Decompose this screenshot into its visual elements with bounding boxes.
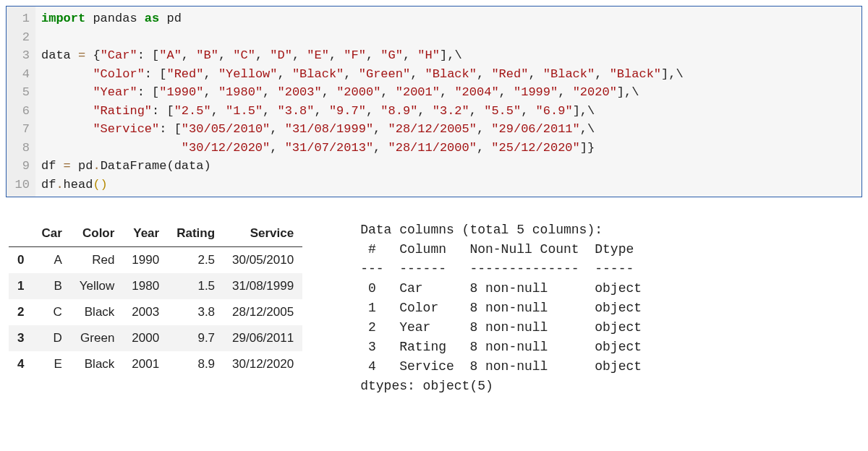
code-area[interactable]: import pandas as pd data = {"Car": ["A",… (35, 7, 689, 197)
table-cell: Black (71, 299, 124, 325)
table-cell: D (33, 325, 70, 351)
row-index: 4 (9, 351, 33, 377)
column-header: Rating (168, 220, 224, 247)
column-header: Year (123, 220, 168, 247)
row-index: 2 (9, 299, 33, 325)
table-cell: A (33, 247, 70, 274)
line-number: 10 (9, 176, 30, 194)
table-cell: 9.7 (168, 325, 224, 351)
table-cell: Yellow (71, 273, 124, 299)
table-cell: Green (71, 325, 124, 351)
table-row: 3DGreen20009.729/06/2011 (9, 325, 302, 351)
table-cell: 2003 (123, 299, 168, 325)
table-cell: 1980 (123, 273, 168, 299)
table-cell: 3.8 (168, 299, 224, 325)
table-cell: 30/05/2010 (224, 247, 302, 274)
table-cell: 2000 (123, 325, 168, 351)
line-number: 4 (9, 65, 30, 84)
dtype-info: Data columns (total 5 columns): # Column… (360, 220, 642, 396)
table-cell: E (33, 351, 70, 377)
line-number: 3 (9, 46, 30, 65)
table-cell: B (33, 273, 70, 299)
table-cell: 30/12/2020 (224, 351, 302, 377)
output-area: CarColorYearRatingService 0ARed19902.530… (6, 215, 862, 402)
table-cell: 2001 (123, 351, 168, 377)
table-cell: Black (71, 351, 124, 377)
table-cell: 29/06/2011 (224, 325, 302, 351)
table-cell: 31/08/1999 (224, 273, 302, 299)
line-number: 6 (9, 102, 30, 121)
dataframe-table: CarColorYearRatingService 0ARed19902.530… (9, 220, 302, 377)
table-cell: 2.5 (168, 247, 224, 274)
table-cell: C (33, 299, 70, 325)
table-row: 1BYellow19801.531/08/1999 (9, 273, 302, 299)
column-header: Car (33, 220, 70, 247)
table-cell: 1.5 (168, 273, 224, 299)
line-number: 1 (9, 9, 30, 28)
column-header: Service (224, 220, 302, 247)
line-number: 2 (9, 28, 30, 47)
line-number: 7 (9, 120, 30, 139)
row-index: 3 (9, 325, 33, 351)
line-number: 8 (9, 139, 30, 158)
line-number-gutter: 12345678910 (7, 7, 35, 197)
table-cell: 1990 (123, 247, 168, 274)
row-index: 0 (9, 247, 33, 274)
code-cell[interactable]: 12345678910 import pandas as pd data = {… (6, 6, 862, 197)
line-number: 9 (9, 157, 30, 176)
table-cell: 8.9 (168, 351, 224, 377)
table-cell: Red (71, 247, 124, 274)
column-header: Color (71, 220, 124, 247)
table-row: 4EBlack20018.930/12/2020 (9, 351, 302, 377)
row-index: 1 (9, 273, 33, 299)
table-row: 0ARed19902.530/05/2010 (9, 247, 302, 274)
table-row: 2CBlack20033.828/12/2005 (9, 299, 302, 325)
table-cell: 28/12/2005 (224, 299, 302, 325)
line-number: 5 (9, 83, 30, 102)
